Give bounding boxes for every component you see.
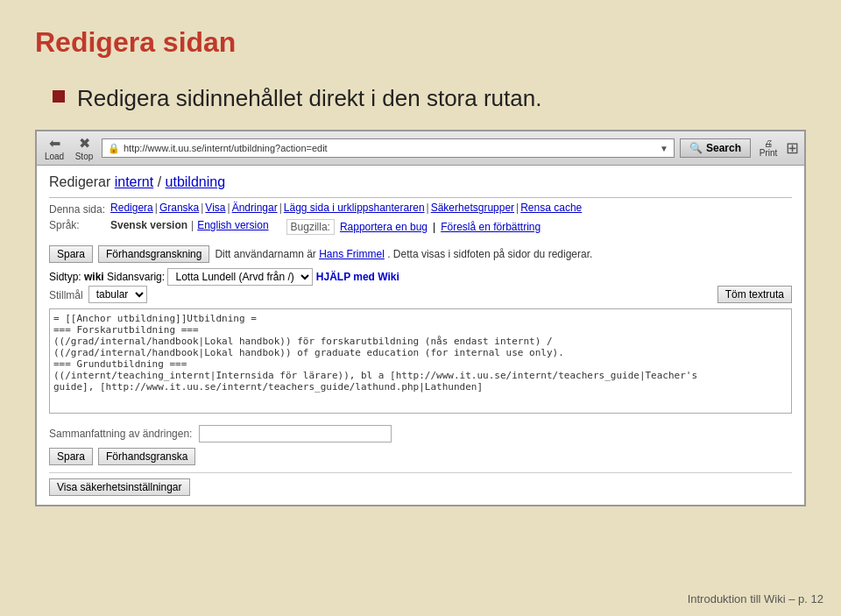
browser-content: Redigerar internt / utbildning Denna sid… — [37, 166, 804, 505]
tabs-links: Redigera | Granska | Visa | Ändringar | … — [110, 202, 582, 214]
slide-title: Redigera sidan — [35, 26, 806, 59]
sidansvarig-select[interactable]: Lotta Lundell (Arvd från /) — [167, 268, 313, 286]
sidtyp-value: wiki — [84, 271, 104, 283]
user-text: Ditt användarnamn är — [215, 248, 315, 260]
tab-lagg-sida[interactable]: Lägg sida i urklippshanteraren — [284, 202, 425, 214]
editing-label: Redigerar — [49, 174, 110, 189]
lang-svensk: Svensk version — [110, 219, 187, 231]
bugzilla-label: Bugzilla: — [286, 219, 335, 235]
tabs-section: Denna sida: Redigera | Granska | Visa | … — [49, 202, 792, 216]
sidtype-row: Sidtyp: wiki Sidansvarig: Lotta Lundell … — [49, 268, 792, 286]
slide-container: Redigera sidan Redigera sidinnehållet di… — [0, 0, 841, 616]
bullet-item: Redigera sidinnehållet direkt i den stor… — [53, 85, 806, 112]
security-row: Visa säkerhetsinställningar — [49, 472, 792, 496]
nav-stop-btn[interactable]: ✖ Stop — [72, 135, 96, 161]
bugzilla-section: Bugzilla: Rapportera en bug | Föreslå en… — [286, 219, 541, 235]
tab-sakerhets[interactable]: Säkerhetsgrupper — [431, 202, 514, 214]
user-suffix: . Detta visas i sidfoten på sidor du red… — [387, 248, 592, 260]
stop-label: Stop — [75, 152, 94, 161]
page-number: Introduktion till Wiki – p. 12 — [688, 592, 823, 605]
lock-icon: 🔒 — [108, 143, 120, 154]
tab-granska[interactable]: Granska — [159, 202, 199, 214]
stop-icon: ✖ — [79, 135, 90, 152]
slash-sep: / — [158, 174, 161, 189]
user-info: Ditt användarnamn är Hans Frimmel . Dett… — [215, 248, 592, 260]
stillmal-label: Stillmål — [49, 286, 83, 301]
address-dropdown-icon[interactable]: ▼ — [660, 144, 668, 153]
editor-row: Stillmål tabular Töm textruta — [49, 286, 792, 303]
bullet-icon — [53, 90, 65, 103]
search-icon: 🔍 — [689, 142, 703, 154]
denna-sida-label: Denna sida: — [49, 202, 105, 216]
browser-window: ⬅ Load ✖ Stop 🔒 http://www.it.uu.se/inte… — [35, 130, 806, 506]
load-label: Load — [45, 152, 64, 161]
browser-toolbar: ⬅ Load ✖ Stop 🔒 http://www.it.uu.se/inte… — [37, 131, 804, 166]
bottom-actions: Spara Förhandsgranska — [49, 448, 792, 465]
tom-textruta-button[interactable]: Töm textruta — [717, 286, 792, 303]
spara-bottom-button[interactable]: Spara — [49, 448, 93, 465]
sidtyp-label: Sidtyp: — [49, 271, 81, 283]
forhandsgranskning-bottom-button[interactable]: Förhandsgranska — [98, 448, 195, 465]
print-label: Print — [760, 148, 778, 158]
search-button[interactable]: 🔍 Search — [680, 138, 751, 158]
tab-rensa[interactable]: Rensa cache — [520, 202, 582, 214]
forhandsgranskning-button[interactable]: Förhandsgranskning — [98, 245, 209, 263]
forslag-link[interactable]: Föreslå en förbättring — [441, 221, 541, 233]
wiki-help-link[interactable]: HJÄLP med Wiki — [316, 271, 399, 283]
lang-section: Språk: Svensk version | English version — [49, 219, 269, 231]
sprak-label: Språk: — [49, 219, 102, 231]
summary-input[interactable] — [199, 425, 392, 443]
address-bar[interactable]: 🔒 http://www.it.uu.se/internt/utbildning… — [102, 138, 675, 158]
stillmal-select[interactable]: tabular — [88, 286, 147, 303]
action-row: Spara Förhandsgranskning Ditt användarna… — [49, 245, 792, 263]
divider-1 — [49, 197, 792, 198]
menu-icon[interactable]: ⊞ — [786, 138, 799, 158]
internt-link[interactable]: internt — [115, 174, 153, 189]
tab-visa[interactable]: Visa — [205, 202, 225, 214]
rapportera-link[interactable]: Rapportera en bug — [340, 221, 428, 233]
print-button[interactable]: 🖨 Print — [756, 138, 781, 158]
spara-button[interactable]: Spara — [49, 245, 93, 263]
tab-redigera[interactable]: Redigera — [110, 202, 153, 214]
lang-bugzilla-row: Språk: Svensk version | English version … — [49, 219, 792, 238]
nav-load-btn[interactable]: ⬅ Load — [42, 135, 67, 161]
summary-section: Sammanfattning av ändringen: — [49, 425, 792, 443]
lang-english[interactable]: English version — [197, 219, 268, 231]
summary-label: Sammanfattning av ändringen: — [49, 428, 192, 440]
user-name-link[interactable]: Hans Frimmel — [319, 248, 385, 260]
tab-andringar[interactable]: Ändringar — [232, 202, 278, 214]
sidansvarig-label: Sidansvarig: — [107, 271, 165, 283]
search-label: Search — [706, 142, 741, 154]
lang-options: Svensk version | English version — [110, 219, 269, 231]
editor-textarea[interactable]: = [[Anchor utbildning]]Utbildning = === … — [49, 308, 792, 414]
print-icon: 🖨 — [764, 138, 773, 148]
bullet-text: Redigera sidinnehållet direkt i den stor… — [77, 85, 541, 112]
security-settings-button[interactable]: Visa säkerhetsinställningar — [49, 478, 190, 496]
load-icon: ⬅ — [49, 135, 60, 152]
address-text: http://www.it.uu.se/internt/utbildning?a… — [124, 143, 328, 153]
utbildning-link[interactable]: utbildning — [166, 174, 226, 189]
page-header: Redigerar internt / utbildning — [49, 174, 792, 190]
